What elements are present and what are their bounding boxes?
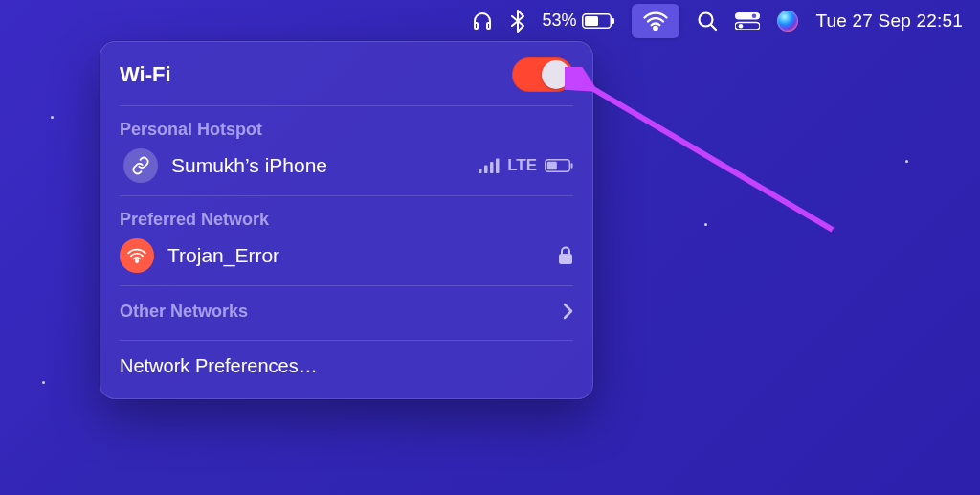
battery-status[interactable]: 53% <box>542 0 614 41</box>
hotspot-battery-icon <box>545 159 573 172</box>
svg-point-8 <box>739 23 744 28</box>
svg-point-6 <box>752 13 757 18</box>
chevron-right-icon <box>562 303 573 320</box>
svg-point-16 <box>136 259 139 262</box>
divider <box>120 195 573 196</box>
preferred-ssid: Trojan_Error <box>167 244 545 267</box>
wifi-icon <box>643 11 668 31</box>
svg-rect-11 <box>490 162 494 173</box>
lock-icon <box>558 246 573 265</box>
svg-rect-15 <box>571 163 573 169</box>
svg-rect-10 <box>484 166 488 174</box>
preferred-network-label: Preferred Network <box>120 210 573 230</box>
annotation-arrow <box>565 67 852 239</box>
other-networks-row[interactable]: Other Networks <box>120 288 573 334</box>
wifi-panel-header: Wi-Fi <box>120 57 573 106</box>
svg-rect-14 <box>547 162 557 169</box>
svg-rect-9 <box>479 169 482 173</box>
siri-icon[interactable] <box>777 0 798 41</box>
svg-point-3 <box>655 26 657 29</box>
menubar-clock[interactable]: Tue 27 Sep 22:51 <box>815 0 963 41</box>
wifi-toggle[interactable] <box>512 57 573 92</box>
hotspot-link-icon <box>123 148 158 183</box>
svg-line-18 <box>589 86 833 230</box>
personal-hotspot-label: Personal Hotspot <box>120 120 573 140</box>
battery-percent-label: 53% <box>542 11 576 31</box>
wifi-title: Wi-Fi <box>120 62 171 87</box>
control-center-icon[interactable] <box>735 0 760 41</box>
svg-rect-12 <box>496 159 500 174</box>
wifi-panel: Wi-Fi Personal Hotspot Sumukh’s iPhone L… <box>100 41 593 399</box>
other-networks-label: Other Networks <box>120 302 248 322</box>
wifi-menubar-button[interactable] <box>632 4 679 38</box>
hotspot-row[interactable]: Sumukh’s iPhone LTE <box>120 142 573 190</box>
network-preferences-row[interactable]: Network Preferences… <box>120 343 573 389</box>
hotspot-meta: LTE <box>479 156 573 175</box>
spotlight-search-icon[interactable] <box>697 0 718 41</box>
wifi-network-icon <box>120 238 154 273</box>
divider <box>120 285 573 286</box>
svg-rect-1 <box>585 16 598 26</box>
toggle-knob <box>542 60 570 89</box>
hotspot-device-name: Sumukh’s iPhone <box>171 154 465 177</box>
menubar: 53% Tue 27 Sep 22:51 <box>0 0 980 41</box>
network-preferences-label: Network Preferences… <box>120 355 318 377</box>
divider <box>120 340 573 341</box>
bluetooth-icon[interactable] <box>511 0 524 41</box>
svg-rect-2 <box>612 18 615 24</box>
cellular-signal-icon <box>479 158 500 173</box>
battery-icon <box>582 13 614 29</box>
signal-type-label: LTE <box>507 156 537 175</box>
preferred-network-row[interactable]: Trojan_Error <box>120 232 573 280</box>
headphones-icon[interactable] <box>471 0 494 41</box>
svg-rect-17 <box>559 254 572 264</box>
